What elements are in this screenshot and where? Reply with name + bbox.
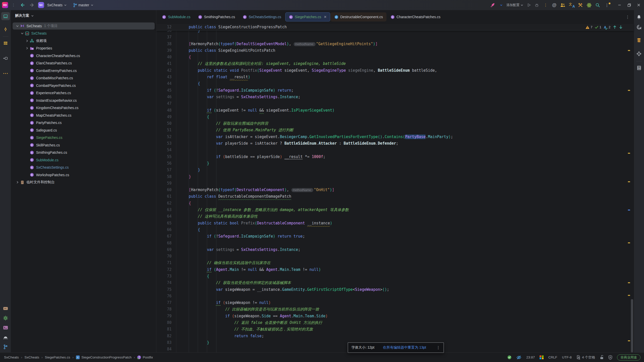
line-content[interactable]: // 比较器械的阵营是否与玩家当前所在队伍的阵营一致	[176, 306, 319, 313]
line-content[interactable]: {	[176, 54, 191, 60]
commit-button[interactable]	[1, 25, 10, 33]
tab-SxCheatsSettings-cs[interactable]: CSxCheatsSettings.cs	[239, 12, 285, 21]
reader-mode-toggle[interactable]	[516, 355, 521, 359]
line-content[interactable]: public class DestructableComponentDamage…	[176, 193, 291, 200]
settings-sync-button[interactable]	[1, 314, 10, 322]
line-content[interactable]: }	[176, 31, 200, 34]
line-content[interactable]	[176, 147, 180, 153]
code-line-67[interactable]: 67 if (!Safeguard.IsCampaignSafe) return…	[156, 233, 634, 240]
line-content[interactable]: public static bool Prefix(DestructableCo…	[176, 220, 332, 226]
tree-item-CombatEnemyPatches-cs[interactable]: CCombatEnemyPatches.cs	[11, 67, 156, 74]
code-line-72[interactable]: 72 if (Agent.Main != null && Agent.Main.…	[156, 266, 634, 273]
line-number[interactable]: 52	[156, 134, 176, 140]
stripe-warning-mark[interactable]	[628, 90, 630, 91]
line-number[interactable]: 64	[156, 213, 176, 220]
line-content[interactable]: {	[176, 273, 209, 279]
code-line-77[interactable]: 77 if (siegeWeapon != null)	[156, 299, 634, 306]
line-number[interactable]: 37	[156, 34, 176, 40]
docker-button[interactable]	[1, 304, 10, 313]
run-more-kebab-icon[interactable]: ⋮	[543, 3, 548, 7]
structure-button[interactable]	[1, 39, 10, 47]
line-content[interactable]: ref float __result)	[176, 74, 250, 80]
tree-item-PartyPatches-cs[interactable]: CPartyPatches.cs	[11, 119, 156, 127]
code-line-76[interactable]: 76	[156, 293, 634, 299]
stripe-info-mark[interactable]	[628, 210, 630, 211]
indent-widget[interactable]: 4 个空格	[576, 355, 595, 360]
lock-widget[interactable]	[600, 355, 604, 359]
tab-SmithingPatches-cs[interactable]: CSmithingPatches.cs	[194, 12, 239, 21]
mention-icon[interactable]: @	[552, 3, 556, 8]
debug-button[interactable]	[535, 3, 539, 7]
line-number[interactable]: 69	[156, 246, 176, 253]
code-line-79[interactable]: 79 if (siegeWeapon.Side == Agent.Main.Te…	[156, 313, 634, 319]
line-content[interactable]	[176, 346, 180, 352]
line-content[interactable]: public class SiegeEngineHitPointsPatch	[176, 47, 275, 54]
breadcrumb-SxCheats[interactable]: SxCheats	[4, 355, 19, 359]
line-content[interactable]: // 确保当前在实机战场中且玩家存在	[176, 260, 270, 266]
line-number[interactable]: 74	[156, 279, 176, 286]
line-content[interactable]: // 仅保留 __instance 参数，忽略原方法的 damage, atta…	[176, 206, 349, 213]
prev-problem-arrow-icon[interactable]	[613, 25, 617, 29]
tools-button[interactable]	[578, 3, 583, 8]
tree-item-CharacterCheatsPatches-cs[interactable]: CCharacterCheatsPatches.cs	[11, 52, 156, 60]
line-number[interactable]: 54	[156, 147, 176, 153]
code-line-50[interactable]: 50 // 获取玩家在围城战中的阵营	[156, 120, 634, 127]
line-content[interactable]: // 不扣血、不触发破损状态，实现绝对的无敌	[176, 326, 313, 332]
database-button[interactable]	[635, 36, 643, 44]
code-line-78[interactable]: 78 // 比较器械的阵营是否与玩家当前所在队伍的阵营一致	[156, 306, 634, 313]
tree-item-依赖项[interactable]: 依赖项	[11, 37, 156, 45]
close-button[interactable]	[635, 2, 642, 8]
dictionary-button[interactable]: A	[635, 64, 643, 72]
tree-chevron-right[interactable]	[15, 180, 20, 184]
stripe-warning-mark[interactable]	[628, 50, 630, 51]
run-button[interactable]	[527, 3, 531, 7]
code-line-54[interactable]: 54	[156, 147, 634, 153]
notifications-button[interactable]	[635, 13, 643, 21]
stripe-warning-mark[interactable]	[628, 295, 630, 296]
tree-item-WorkshopPatches-cs[interactable]: CWorkshopPatches.cs	[11, 171, 156, 179]
tree-item-Properties[interactable]: Properties	[11, 45, 156, 52]
tree-item-SmithingPatches-cs[interactable]: CSmithingPatches.cs	[11, 149, 156, 157]
line-number[interactable]: 82	[156, 333, 176, 339]
minimize-button[interactable]	[616, 2, 623, 8]
tree-item-SxCheats[interactable]: SxCheats1 个项目	[11, 22, 156, 30]
code-line-42[interactable]: 42 public static void Postfix(SiegeEvent…	[156, 67, 634, 74]
code-line-61[interactable]: 61 public class DestructableComponentDam…	[156, 193, 634, 200]
warnings-group[interactable]: 7	[585, 25, 592, 29]
tab-SubModule-cs[interactable]: CSubModule.cs	[158, 12, 194, 21]
line-number[interactable]: 73	[156, 273, 176, 279]
tree-item-临时文件和控制台[interactable]: 临时文件和控制台	[11, 179, 156, 186]
line-content[interactable]: // 这里的参数名必须和源码完全对应: siegeEvent, siegeEng…	[176, 60, 346, 67]
line-content[interactable]: if (siegeEvent != null && siegeEvent.IsP…	[176, 107, 334, 114]
line-number[interactable]: 55	[156, 153, 176, 160]
code-line-57[interactable]: 57 }	[156, 167, 634, 173]
line-number[interactable]: 80	[156, 319, 176, 326]
line-content[interactable]: var isAttacker = siegeEvent.BesiegerCamp…	[176, 134, 453, 140]
line-number[interactable]: 61	[156, 193, 176, 200]
code-line-82[interactable]: 82 return false;	[156, 333, 634, 339]
code-line-64[interactable]: 64 // 这种写法具有极高的版本兼容性	[156, 213, 634, 220]
line-content[interactable]: var settings = SxCheatsSettings.Instance…	[176, 246, 300, 253]
line-number[interactable]: 44	[156, 80, 176, 87]
line-number[interactable]: 49	[156, 114, 176, 120]
line-number[interactable]: 72	[156, 266, 176, 273]
line-content[interactable]: {	[176, 114, 209, 120]
stripe-warning-mark[interactable]	[628, 153, 630, 154]
code-line-65[interactable]: 65 public static bool Prefix(Destructabl…	[156, 220, 634, 226]
tab-SiegePatches-cs[interactable]: CSiegePatches.cs✕	[285, 12, 330, 21]
tree-item-SxCheats[interactable]: C#SxCheats	[11, 30, 156, 37]
line-number[interactable]: 77	[156, 299, 176, 306]
code-line-55[interactable]: 55 if (battleSide == playerSide) __resul…	[156, 153, 634, 160]
code-line-71[interactable]: 71 // 确保当前在实机战场中且玩家存在	[156, 260, 634, 266]
restore-button[interactable]	[625, 2, 633, 8]
line-content[interactable]: // 返回 false 会直接中断原 OnHit 方法的执行	[176, 319, 322, 326]
line-content[interactable]: // 这种写法具有极高的版本兼容性	[176, 213, 258, 220]
line-number[interactable]: 50	[156, 120, 176, 127]
line-content[interactable]	[176, 100, 180, 107]
tree-chevron-right[interactable]	[24, 39, 30, 43]
profiler-button[interactable]	[1, 333, 10, 341]
popup-kebab-icon[interactable]: ⋮	[434, 345, 440, 350]
line-content[interactable]: {	[176, 200, 191, 206]
ai-assistant-button[interactable]	[635, 23, 643, 31]
breadcrumb-Postfix[interactable]: ƒPostfix	[137, 355, 153, 359]
